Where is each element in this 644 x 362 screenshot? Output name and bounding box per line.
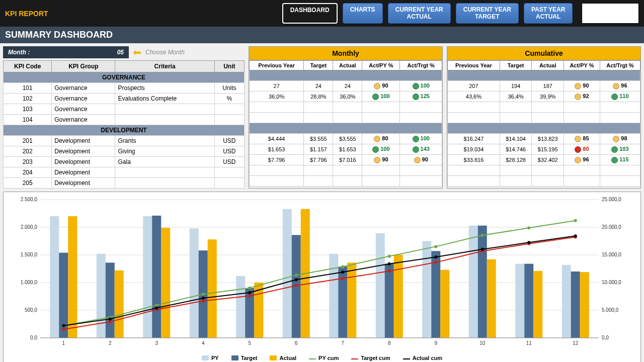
svg-point-96 xyxy=(341,270,344,274)
data-row: $4.444$3.555$3.55580100 xyxy=(250,134,442,144)
svg-rect-18 xyxy=(50,216,59,338)
svg-rect-58 xyxy=(515,264,524,338)
page-title: SUMMARY DASHBOARD xyxy=(0,27,644,43)
header-bar: KPI REPORT DASHBOARD CHARTS CURRENT YEAR… xyxy=(0,0,644,27)
svg-point-77 xyxy=(574,219,577,222)
svg-rect-52 xyxy=(440,270,449,338)
svg-point-71 xyxy=(295,274,298,277)
svg-rect-23 xyxy=(106,262,115,338)
svg-text:7: 7 xyxy=(341,340,344,346)
svg-text:2.000,0: 2.000,0 xyxy=(21,224,38,230)
kpi-row: 201DevelopmentGrantsUSD xyxy=(4,136,245,146)
svg-text:3: 3 xyxy=(155,340,158,346)
svg-rect-51 xyxy=(431,251,440,338)
svg-point-74 xyxy=(434,245,437,248)
svg-point-79 xyxy=(109,320,112,323)
report-title: KPI REPORT xyxy=(5,10,48,18)
kpi-row: 205Development xyxy=(4,178,245,189)
svg-text:10.000,0: 10.000,0 xyxy=(602,280,621,285)
svg-rect-60 xyxy=(533,271,542,338)
svg-point-72 xyxy=(341,265,344,268)
svg-point-85 xyxy=(388,269,391,273)
nav-charts[interactable]: CHARTS xyxy=(343,3,383,23)
svg-rect-55 xyxy=(478,226,487,338)
kpi-row: 101GovernanceProspectsUnits xyxy=(4,83,245,94)
svg-rect-46 xyxy=(376,233,385,338)
kpi-row: 103Governance xyxy=(4,104,245,115)
svg-rect-20 xyxy=(68,216,77,338)
svg-point-68 xyxy=(155,304,158,307)
chart-legend: PY Target Actual PY cum Target cum Actua… xyxy=(4,355,640,361)
svg-text:5: 5 xyxy=(248,340,251,346)
svg-text:5.000,0: 5.000,0 xyxy=(602,307,619,313)
svg-text:25.000,0: 25.000,0 xyxy=(602,197,621,202)
svg-text:12: 12 xyxy=(573,340,579,346)
svg-text:0,0: 0,0 xyxy=(30,335,37,340)
kpi-row: 104Governance xyxy=(4,115,245,125)
data-row: 27242490100 xyxy=(250,81,442,92)
svg-point-101 xyxy=(574,234,577,237)
kpi-row: 203DevelopmentGalaUSD xyxy=(4,157,245,167)
cumulative-block: Cumulative Previous YearTargetActualAct/… xyxy=(447,46,641,189)
svg-rect-54 xyxy=(469,226,478,338)
svg-rect-24 xyxy=(115,270,124,338)
col-unit: Unit xyxy=(214,61,244,72)
month-selector[interactable]: Month :05 xyxy=(3,46,129,58)
svg-rect-63 xyxy=(571,272,580,338)
svg-rect-47 xyxy=(385,264,394,338)
col-kpi-code: KPI Code xyxy=(4,61,52,72)
kpi-row: 204Development xyxy=(4,167,245,178)
svg-rect-34 xyxy=(236,276,245,338)
data-row: $1.653$1.157$1.653100143 xyxy=(250,144,442,155)
svg-rect-22 xyxy=(97,254,106,338)
data-row: $33.816$28.128$32.40296115 xyxy=(448,155,640,165)
svg-rect-27 xyxy=(152,216,161,338)
svg-text:15.000,0: 15.000,0 xyxy=(602,252,621,257)
svg-rect-50 xyxy=(422,241,431,338)
svg-rect-30 xyxy=(190,228,199,338)
arrow-left-icon: ⬅ xyxy=(133,46,141,58)
svg-rect-56 xyxy=(487,259,496,338)
svg-point-98 xyxy=(434,255,437,258)
svg-point-70 xyxy=(248,287,251,290)
svg-point-81 xyxy=(202,299,205,302)
svg-text:11: 11 xyxy=(526,340,532,346)
svg-point-93 xyxy=(202,297,205,300)
svg-text:9: 9 xyxy=(434,340,437,346)
svg-text:1.000,0: 1.000,0 xyxy=(21,280,38,285)
nav-past-year-actual[interactable]: PAST YEAR ACTUAL xyxy=(524,3,573,23)
nav-current-year-target[interactable]: CURRENT YEAR TARGET xyxy=(456,3,519,23)
svg-text:10: 10 xyxy=(479,340,486,346)
col-kpi-group: KPI Group xyxy=(52,61,115,72)
nav-dashboard[interactable]: DASHBOARD xyxy=(282,3,338,23)
cumulative-header: Cumulative xyxy=(447,47,640,60)
svg-rect-62 xyxy=(562,265,571,338)
monthly-header: Monthly xyxy=(249,47,442,60)
svg-rect-64 xyxy=(580,272,589,338)
svg-point-99 xyxy=(481,248,484,251)
svg-rect-59 xyxy=(524,264,533,338)
svg-text:2: 2 xyxy=(109,340,112,346)
nav-current-year-actual[interactable]: CURRENT YEAR ACTUAL xyxy=(388,3,451,23)
svg-text:0,0: 0,0 xyxy=(602,335,609,340)
svg-point-82 xyxy=(248,295,251,298)
group-header: GOVERNANCE xyxy=(4,72,245,83)
svg-point-75 xyxy=(481,234,484,237)
svg-rect-28 xyxy=(161,228,170,338)
svg-rect-48 xyxy=(394,255,403,338)
svg-point-69 xyxy=(202,293,205,296)
svg-rect-38 xyxy=(283,209,292,338)
data-row: 36,0%28,8%36,0%100125 xyxy=(250,92,442,102)
svg-point-76 xyxy=(527,226,530,229)
svg-text:1: 1 xyxy=(62,340,65,346)
svg-text:4: 4 xyxy=(202,340,205,346)
svg-point-97 xyxy=(388,262,391,265)
group-header: DEVELOPMENT xyxy=(4,125,245,136)
svg-text:20.000,0: 20.000,0 xyxy=(602,224,621,230)
svg-point-78 xyxy=(62,328,65,331)
svg-point-94 xyxy=(248,291,251,294)
svg-point-92 xyxy=(155,306,158,309)
svg-text:1.500,0: 1.500,0 xyxy=(21,252,38,257)
month-hint: Choose Month xyxy=(145,49,185,56)
svg-text:2.500,0: 2.500,0 xyxy=(21,197,38,202)
